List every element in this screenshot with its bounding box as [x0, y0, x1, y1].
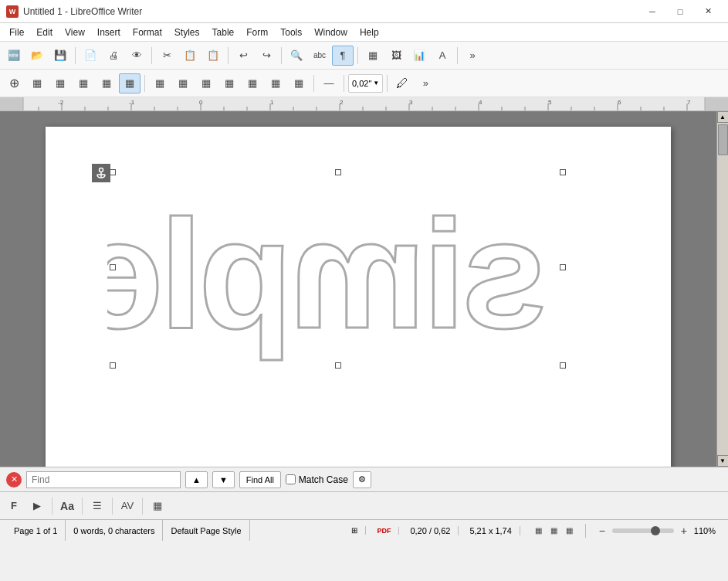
paste-button[interactable]: 📋	[202, 46, 224, 66]
flip-btn[interactable]: ▦	[265, 73, 286, 93]
zoom-in-button[interactable]: +	[677, 524, 691, 538]
wrap-btn1[interactable]: ▦	[26, 73, 48, 93]
separator	[281, 47, 282, 64]
handle-ml[interactable]	[110, 264, 116, 270]
draw-fontwork-button[interactable]: ▦	[147, 496, 168, 516]
find-next-button[interactable]: ▼	[212, 471, 235, 488]
copy-button[interactable]: 📋	[179, 46, 201, 66]
arrange-btn3[interactable]: ▦	[195, 73, 217, 93]
menu-table[interactable]: Table	[206, 23, 241, 41]
status-right: ⊞ PDF 0,20 / 0,62 5,21 x 1,74 ▦ ▦ ▦ − + …	[344, 524, 722, 538]
menu-view[interactable]: View	[59, 23, 91, 41]
draw-select-button[interactable]: F	[3, 496, 25, 516]
line-width-value: 0,02"	[352, 79, 371, 88]
wrap-btn3[interactable]: ▦	[73, 73, 94, 93]
find-options-button[interactable]: ⚙	[353, 471, 371, 488]
normal-view-button[interactable]: ▦	[531, 524, 547, 538]
ruler-svg: -2 -1 0 1 2 3 4 5 6 7	[0, 97, 728, 111]
vertical-scrollbar: ▲ ▼	[716, 111, 728, 467]
scroll-thumb[interactable]	[718, 124, 728, 155]
separator	[387, 75, 388, 92]
line-color-btn[interactable]: 🖊	[391, 73, 413, 93]
zoom-out-button[interactable]: −	[595, 524, 609, 538]
export-pdf-button[interactable]: 📄	[80, 46, 101, 66]
menu-window[interactable]: Window	[308, 23, 354, 41]
separator	[228, 47, 229, 64]
menu-file[interactable]: File	[3, 23, 30, 41]
open-button[interactable]: 📂	[26, 46, 48, 66]
match-case-checkbox[interactable]	[286, 474, 296, 484]
separator	[112, 498, 113, 515]
book-view-button[interactable]: ▦	[562, 524, 577, 538]
redo-button[interactable]: ↪	[256, 46, 277, 66]
dimensions-text: 5,21 x 1,74	[469, 526, 511, 535]
menu-help[interactable]: Help	[354, 23, 385, 41]
draw-text-button[interactable]: Aa	[56, 496, 78, 516]
svg-text:0: 0	[199, 99, 203, 106]
arrange-btn1[interactable]: ▦	[149, 73, 171, 93]
menu-tools[interactable]: Tools	[274, 23, 308, 41]
draw-align-button[interactable]: ☰	[86, 496, 108, 516]
match-case-label[interactable]: Match Case	[286, 474, 348, 485]
menu-form[interactable]: Form	[240, 23, 274, 41]
arrange-btn5[interactable]: ▦	[242, 73, 263, 93]
image-button[interactable]: 🖼	[385, 46, 407, 66]
line-width-dropdown[interactable]: 0,02" ▼	[348, 74, 383, 93]
zoom-slider[interactable]	[612, 528, 674, 533]
handle-tr[interactable]	[560, 169, 566, 175]
web-view-button[interactable]: ▦	[547, 524, 562, 538]
find-input[interactable]	[26, 471, 181, 488]
spellcheck-button[interactable]: abc	[309, 46, 330, 66]
draw-pointer-button[interactable]: ▶	[26, 496, 48, 516]
formatting-marks-button[interactable]: ¶	[332, 46, 354, 66]
draw-spacing-button[interactable]: AV	[117, 496, 138, 516]
coordinates-text: 0,20 / 0,62	[410, 526, 450, 535]
find-button[interactable]: 🔍	[286, 46, 307, 66]
line-style-btn[interactable]: —	[318, 73, 340, 93]
svg-text:-1: -1	[129, 99, 135, 106]
minimize-button[interactable]: ─	[638, 0, 666, 23]
scroll-track[interactable]	[717, 123, 728, 455]
handle-bc[interactable]	[335, 362, 341, 369]
arrange-btn2[interactable]: ▦	[172, 73, 194, 93]
chart-button[interactable]: 📊	[408, 46, 430, 66]
arrange-btn4[interactable]: ▦	[218, 73, 240, 93]
svg-text:simple: simple	[107, 188, 547, 360]
separator	[142, 498, 143, 515]
table-button[interactable]: ▦	[362, 46, 384, 66]
maximize-button[interactable]: □	[666, 0, 694, 23]
group-btn[interactable]: ▦	[288, 73, 310, 93]
menu-styles[interactable]: Styles	[168, 23, 206, 41]
cut-button[interactable]: ✂	[156, 46, 178, 66]
zoom-controls: − + 110%	[589, 524, 722, 538]
dropdown-arrow-icon: ▼	[373, 80, 379, 87]
handle-tc[interactable]	[335, 169, 341, 175]
wrap-btn5[interactable]: ▦	[119, 73, 141, 93]
coordinates-section: 0,20 / 0,62	[402, 526, 459, 535]
anchor-button[interactable]: ⊕	[3, 73, 25, 93]
preview-button[interactable]: 👁	[126, 46, 147, 66]
handle-mr[interactable]	[560, 264, 566, 270]
handle-br[interactable]	[560, 362, 566, 369]
menu-format[interactable]: Format	[127, 23, 168, 41]
close-button[interactable]: ✕	[694, 0, 722, 23]
more2-button[interactable]: »	[415, 73, 436, 93]
undo-button[interactable]: ↩	[232, 46, 254, 66]
menu-insert[interactable]: Insert	[91, 23, 127, 41]
wrap-btn2[interactable]: ▦	[49, 73, 71, 93]
print-button[interactable]: 🖨	[103, 46, 124, 66]
window-controls: ─ □ ✕	[638, 0, 722, 23]
more-button[interactable]: »	[462, 46, 483, 66]
new-button[interactable]: 🆕	[3, 46, 25, 66]
handle-tl[interactable]	[110, 169, 116, 175]
find-all-button[interactable]: Find All	[239, 471, 281, 488]
scroll-down-button[interactable]: ▼	[717, 455, 729, 467]
find-close-button[interactable]: ✕	[6, 472, 22, 488]
menu-edit[interactable]: Edit	[30, 23, 59, 41]
handle-bl[interactable]	[110, 362, 116, 369]
wrap-btn4[interactable]: ▦	[96, 73, 117, 93]
save-button[interactable]: 💾	[49, 46, 71, 66]
textbox-button[interactable]: A	[432, 46, 453, 66]
scroll-up-button[interactable]: ▲	[717, 111, 729, 123]
find-previous-button[interactable]: ▲	[185, 471, 208, 488]
